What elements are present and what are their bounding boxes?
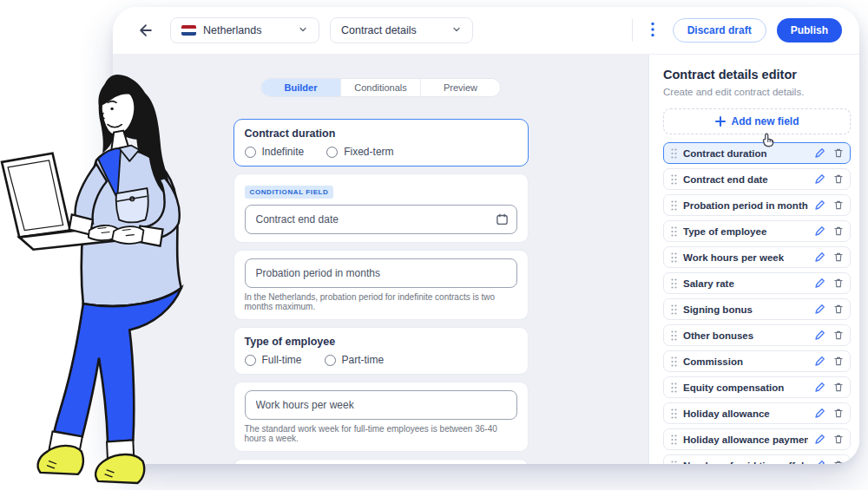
field-list-item[interactable]: Holiday allowance — [663, 402, 851, 424]
tab-label: Preview — [444, 82, 477, 93]
drag-handle-icon[interactable] — [671, 148, 677, 159]
edit-field-button[interactable] — [814, 330, 825, 341]
drag-handle-icon[interactable] — [671, 434, 677, 445]
back-button[interactable] — [134, 18, 158, 42]
top-bar: Netherlands Contract details Discard dra… — [113, 7, 859, 55]
edit-field-button[interactable] — [814, 356, 825, 367]
delete-field-button[interactable] — [833, 173, 844, 185]
field-label: Contract duration — [245, 127, 517, 140]
radio-label: Indefinite — [262, 146, 305, 158]
section-select[interactable]: Contract details — [330, 17, 473, 43]
drag-handle-icon[interactable] — [671, 278, 677, 289]
netherlands-flag-icon — [181, 25, 196, 36]
delete-field-button[interactable] — [833, 225, 844, 237]
field-list-item[interactable]: Holiday allowance payment fre... — [663, 428, 851, 450]
delete-field-button[interactable] — [833, 330, 844, 341]
edit-field-button[interactable] — [814, 460, 825, 464]
edit-field-button[interactable] — [814, 173, 825, 185]
field-list-item[interactable]: Commission — [663, 350, 851, 372]
delete-field-button[interactable] — [833, 382, 844, 393]
field-card-employee-type[interactable]: Type of employee Full-timePart-time — [233, 327, 529, 375]
conditional-field-badge: CONDITIONAL FIELD — [245, 186, 334, 199]
delete-field-button[interactable] — [833, 460, 844, 464]
drag-handle-icon[interactable] — [671, 304, 677, 315]
radio-option[interactable]: Part-time — [325, 354, 385, 366]
edit-field-button[interactable] — [814, 382, 825, 393]
calendar-icon[interactable] — [496, 213, 509, 226]
tab-label: Builder — [285, 82, 318, 93]
edit-field-button[interactable] — [814, 304, 825, 315]
tab-label: Conditionals — [354, 82, 407, 93]
delete-field-button[interactable] — [833, 408, 844, 419]
drag-handle-icon[interactable] — [671, 382, 677, 393]
trash-icon — [833, 460, 844, 464]
field-list-item[interactable]: Equity compensation — [663, 376, 851, 398]
more-options-button[interactable] — [645, 18, 661, 43]
drag-handle-icon[interactable] — [671, 226, 677, 237]
divider — [632, 19, 633, 42]
field-card-probation-period[interactable]: In the Netherlands, probation period for… — [233, 250, 529, 320]
work-hours-input[interactable] — [245, 390, 517, 420]
probation-period-input[interactable] — [245, 258, 517, 288]
field-list-item[interactable]: Salary rate — [663, 272, 851, 294]
radio-option[interactable]: Indefinite — [245, 146, 305, 158]
trash-icon — [833, 173, 844, 185]
drag-handle-icon[interactable] — [671, 408, 677, 419]
trash-icon — [833, 252, 844, 263]
tab[interactable]: Preview — [421, 79, 500, 96]
pencil-icon — [814, 434, 825, 445]
field-list-item[interactable]: Number of paid time off days — [663, 454, 851, 464]
edit-field-button[interactable] — [814, 147, 825, 159]
field-list-item[interactable]: Probation period in months — [663, 194, 851, 216]
drag-handle-icon[interactable] — [671, 200, 677, 211]
radio-option[interactable]: Fixed-term — [326, 146, 393, 158]
field-list-item[interactable]: Signing bonus — [663, 298, 851, 320]
discard-draft-button[interactable]: Discard draft — [673, 18, 766, 42]
pencil-icon — [814, 278, 825, 289]
drag-handle-icon[interactable] — [671, 356, 677, 367]
contract-end-date-input[interactable] — [245, 205, 517, 234]
trash-icon — [833, 330, 844, 341]
drag-handle-icon[interactable] — [671, 174, 677, 185]
field-card-work-hours[interactable]: The standard work week for full-time emp… — [233, 382, 529, 452]
field-list-item[interactable]: Type of employee — [663, 220, 851, 242]
field-list-item[interactable]: Other bonuses — [663, 324, 851, 346]
radio-option[interactable]: Full-time — [245, 354, 302, 366]
delete-field-button[interactable] — [833, 278, 844, 289]
publish-button[interactable]: Publish — [777, 18, 842, 42]
radio-label: Part-time — [342, 354, 385, 366]
edit-field-button[interactable] — [814, 225, 825, 237]
trash-icon — [833, 278, 844, 289]
add-new-field-button[interactable]: Add new field — [663, 108, 851, 134]
field-list-item[interactable]: Contract duration — [663, 142, 851, 164]
panel-title: Contract details editor — [663, 68, 850, 82]
pencil-icon — [814, 356, 825, 367]
delete-field-button[interactable] — [833, 356, 844, 367]
delete-field-button[interactable] — [833, 304, 844, 315]
edit-field-button[interactable] — [814, 199, 825, 211]
drag-handle-icon[interactable] — [671, 461, 677, 465]
tab[interactable]: Conditionals — [341, 79, 421, 96]
field-card-salary-rate[interactable]: Salary rate — [233, 459, 529, 464]
field-list-item[interactable]: Work hours per week — [663, 246, 851, 268]
edit-field-button[interactable] — [814, 434, 825, 445]
delete-field-button[interactable] — [833, 199, 844, 211]
pencil-icon — [814, 199, 825, 211]
contract-details-editor-panel: Contract details editor Create and edit … — [648, 55, 859, 464]
delete-field-button[interactable] — [833, 434, 844, 445]
edit-field-button[interactable] — [814, 252, 825, 263]
edit-field-button[interactable] — [814, 278, 825, 289]
radio-icon — [326, 147, 338, 158]
field-card-contract-end-date[interactable]: CONDITIONAL FIELD — [233, 173, 529, 243]
field-list-item[interactable]: Contract end date — [663, 168, 851, 190]
pencil-icon — [814, 304, 825, 315]
field-card-contract-duration[interactable]: Contract duration IndefiniteFixed-term — [233, 119, 529, 167]
delete-field-button[interactable] — [833, 252, 844, 263]
field-item-label: Type of employee — [683, 226, 808, 237]
tab[interactable]: Builder — [261, 79, 341, 96]
drag-handle-icon[interactable] — [671, 252, 677, 263]
drag-handle-icon[interactable] — [671, 330, 677, 341]
edit-field-button[interactable] — [814, 408, 825, 419]
country-select[interactable]: Netherlands — [170, 17, 319, 43]
delete-field-button[interactable] — [833, 147, 844, 159]
